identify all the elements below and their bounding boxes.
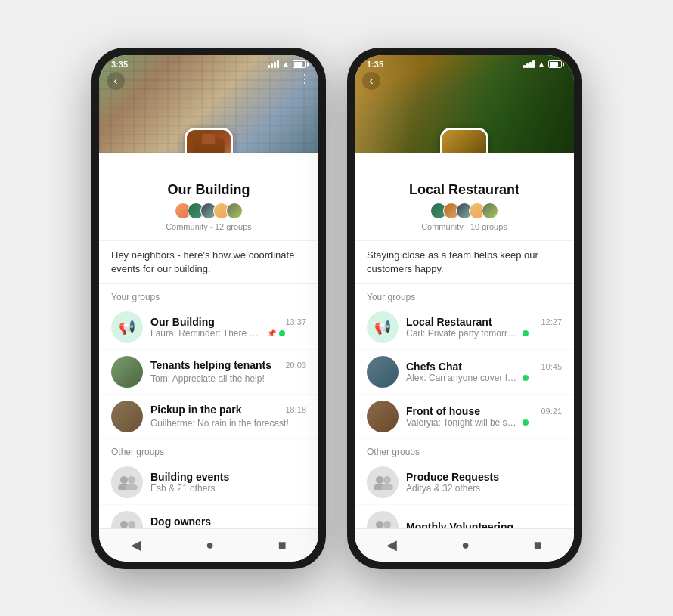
other-group-sub: Esh & 21 others <box>150 483 306 494</box>
online-dot <box>523 419 529 426</box>
group-name: Front of house <box>406 405 480 417</box>
other-group-item[interactable]: Produce Requests Aditya & 32 others <box>355 460 574 505</box>
group-name-row: Front of house 09:21 <box>406 405 562 417</box>
group-preview: Tom: Appreciate all the help! <box>150 373 265 384</box>
phone-inner-restaurant: 1:35 ▲ ‹ <box>355 55 574 562</box>
group-time: 18:18 <box>285 405 306 414</box>
group-info: Dog owners Chris & 32 others <box>150 515 306 528</box>
group-time: 20:03 <box>285 361 306 370</box>
other-group-item[interactable]: Building events Esh & 21 others <box>99 460 318 505</box>
group-icon-speaker: 📢 <box>111 311 143 343</box>
group-preview-row: Laura: Reminder: There will be ... 📌 <box>150 328 306 339</box>
recents-nav-button[interactable]: ■ <box>278 537 287 553</box>
community-avatar-building <box>185 128 233 153</box>
back-nav-button-2[interactable]: ◀ <box>386 537 397 553</box>
produce-requests-name: Produce Requests <box>406 471 562 483</box>
speaker-icon: 📢 <box>111 311 143 343</box>
restaurant-avatar-image <box>442 130 486 153</box>
back-button-2[interactable]: ‹ <box>362 72 380 90</box>
pin-icon: 📌 <box>267 329 276 337</box>
bottom-nav-1: ◀ ● ■ <box>99 528 318 562</box>
people-icon <box>116 475 138 490</box>
phone-building: 3:35 ▲ ‹ ⋮ <box>91 48 326 569</box>
svg-point-0 <box>120 476 128 484</box>
online-dot <box>523 375 529 381</box>
member-avatar <box>482 203 498 219</box>
member-avatars-1 <box>111 203 306 219</box>
back-nav-button[interactable]: ◀ <box>131 537 141 553</box>
group-icon-photo <box>111 401 143 432</box>
group-info: Building events Esh & 21 others <box>150 471 306 494</box>
group-time: 09:21 <box>541 407 562 416</box>
status-icons-2: ▲ <box>523 60 562 68</box>
group-item[interactable]: Front of house 09:21 Valeryia: Tonight w… <box>355 395 574 439</box>
more-button-1[interactable]: ⋮ <box>299 72 311 86</box>
group-preview: Alex: Can anyone cover for me? <box>406 373 519 383</box>
status-bar-2: 1:35 ▲ <box>355 55 574 70</box>
back-button-1[interactable]: ‹ <box>107 72 125 90</box>
group-time: 10:45 <box>541 362 562 371</box>
battery-icon <box>293 60 306 68</box>
other-group-name: Building events <box>150 471 306 483</box>
group-preview: Valeryia: Tonight will be special! <box>406 417 519 428</box>
wifi-icon-2: ▲ <box>538 60 545 68</box>
group-preview: Carl: Private party tomorrow in the ... <box>406 328 519 339</box>
group-icon-speaker-2: 📢 <box>367 311 399 343</box>
other-groups-label-1: Other groups <box>99 439 318 460</box>
other-group-avatar <box>367 466 399 498</box>
people-icon <box>372 519 393 528</box>
bottom-nav-2: ◀ ● ■ <box>355 528 574 562</box>
group-preview: Guilherme: No rain in the forecast! <box>150 418 289 429</box>
group-info: Pickup in the park 18:18 Guilherme: No r… <box>150 404 306 429</box>
produce-requests-sub: Aditya & 32 others <box>406 483 562 494</box>
community-name-1: Our Building <box>111 182 306 198</box>
community-name-2: Local Restaurant <box>367 182 562 198</box>
your-groups-label-1: Your groups <box>99 284 318 305</box>
group-preview-row: Carl: Private party tomorrow in the ... <box>406 328 562 339</box>
group-item[interactable]: Tenants helping tenants 20:03 Tom: Appre… <box>99 350 318 395</box>
header-image-building: 3:35 ▲ ‹ ⋮ <box>99 55 318 153</box>
group-info: Chefs Chat 10:45 Alex: Can anyone cover … <box>406 361 562 383</box>
group-icon-photo <box>111 356 143 388</box>
group-item[interactable]: Chefs Chat 10:45 Alex: Can anyone cover … <box>355 350 574 395</box>
people-icon <box>372 475 393 490</box>
other-group-item-partial[interactable]: Monthly Volunteering <box>355 505 574 528</box>
monthly-volunteering-name: Monthly Volunteering <box>406 521 562 528</box>
people-icon <box>116 519 138 528</box>
group-preview: Laura: Reminder: There will be ... <box>150 328 264 339</box>
group-info: Produce Requests Aditya & 32 others <box>406 471 562 494</box>
group-time: 13:37 <box>285 317 306 327</box>
groups-section-2: Your groups 📢 Local Restaurant 12:27 Car… <box>355 284 574 528</box>
community-meta-1: Community · 12 groups <box>111 222 306 231</box>
group-preview-row: Valeryia: Tonight will be special! <box>406 417 562 428</box>
community-meta-2: Community · 10 groups <box>367 222 562 231</box>
online-dot <box>523 330 529 336</box>
group-icon-photo <box>367 356 399 388</box>
phone-restaurant: 1:35 ▲ ‹ <box>347 48 582 569</box>
group-name-row: Pickup in the park 18:18 <box>150 404 306 416</box>
community-desc-1: Hey neighbors - here's how we coordinate… <box>99 241 318 284</box>
status-time-1: 3:35 <box>111 60 128 69</box>
group-info: Monthly Volunteering <box>406 521 562 528</box>
group-name: Tenants helping tenants <box>150 359 271 371</box>
home-nav-button-2[interactable]: ● <box>461 537 470 553</box>
svg-point-1 <box>128 476 135 484</box>
online-dot <box>279 330 285 336</box>
other-group-item-partial[interactable]: Dog owners Chris & 32 others <box>99 505 318 528</box>
recents-nav-button-2[interactable]: ■ <box>534 537 542 553</box>
home-nav-button[interactable]: ● <box>206 537 214 553</box>
svg-point-4 <box>120 521 128 528</box>
profile-info-building: Our Building Community · 12 groups <box>99 153 318 241</box>
other-group-name: Dog owners <box>150 515 306 528</box>
group-info: Our Building 13:37 Laura: Reminder: Ther… <box>150 316 306 339</box>
group-name: Our Building <box>150 316 215 328</box>
group-name: Chefs Chat <box>406 361 462 373</box>
svg-point-13 <box>383 521 391 528</box>
building-avatar-image <box>187 130 231 153</box>
other-group-avatar <box>111 466 143 498</box>
svg-point-9 <box>383 476 391 484</box>
battery-icon-2 <box>548 60 562 68</box>
group-item[interactable]: 📢 Our Building 13:37 Laura: Reminder: Th… <box>99 305 318 350</box>
group-item[interactable]: Pickup in the park 18:18 Guilherme: No r… <box>99 395 318 439</box>
group-item[interactable]: 📢 Local Restaurant 12:27 Carl: Private p… <box>355 305 574 350</box>
